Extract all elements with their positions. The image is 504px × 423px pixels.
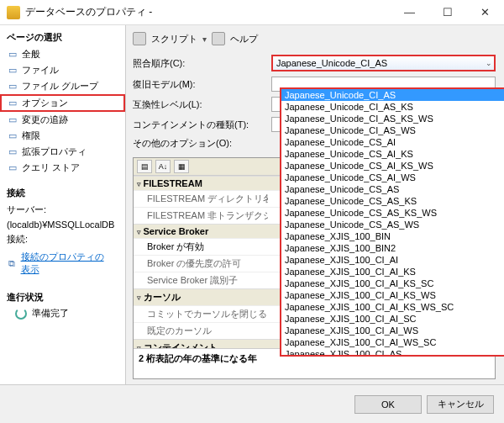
page-label: 全般	[22, 48, 40, 61]
page-item-7[interactable]: ▭クエリ ストア	[0, 160, 125, 176]
page-icon: ▭	[7, 114, 18, 126]
dropdown-option[interactable]: Japanese_Unicode_CS_AS_KS_WS	[281, 207, 504, 219]
recovery-label: 復旧モデル(M):	[133, 78, 271, 91]
left-panel: ページの選択 ▭全般▭ファイル▭ファイル グループ▭オプション▭変更の追跡▭権限…	[0, 25, 126, 384]
connection-label: 接続:	[0, 231, 125, 247]
connection-heading: 接続	[0, 184, 125, 202]
page-label: 拡張プロパティ	[22, 145, 87, 158]
server-label: サーバー:	[0, 202, 125, 218]
page-item-5[interactable]: ▭権限	[0, 128, 125, 144]
property-name: Broker が有効	[134, 239, 268, 255]
page-icon: ▭	[7, 162, 18, 174]
property-name: FILESTREAM 非トランザクション ア	[134, 208, 268, 224]
property-name: 既定のカーソル	[134, 323, 268, 339]
dropdown-option[interactable]: Japanese_XJIS_100_CI_AI_KS_WS_SC	[281, 301, 504, 313]
dropdown-option[interactable]: Japanese_Unicode_CS_AS_WS	[281, 219, 504, 230]
property-name: FILESTREAM ディレクトリ名	[134, 191, 268, 207]
maximize-button[interactable]: ☐	[428, 0, 466, 24]
dropdown-option[interactable]: Japanese_Unicode_CS_AI_KS_WS	[281, 160, 504, 172]
progress-spinner-icon	[15, 308, 27, 320]
page-item-1[interactable]: ▭ファイル	[0, 62, 125, 78]
footer: OK キャンセル	[0, 384, 504, 423]
dropdown-option[interactable]: Japanese_Unicode_CS_AS_KS	[281, 195, 504, 207]
grid-tool-icon[interactable]: ▦	[174, 160, 189, 173]
properties-icon: ⧉	[7, 257, 18, 269]
progress-heading: 進行状況	[7, 291, 118, 304]
dropdown-option[interactable]: Japanese_XJIS_100_CI_AI	[281, 254, 504, 266]
collation-label: 照合順序(C):	[133, 57, 271, 70]
page-icon: ▭	[7, 98, 18, 109]
window-title: データベースのプロパティ -	[25, 5, 391, 19]
dropdown-option[interactable]: Japanese_XJIS_100_CI_AI_KS_WS	[281, 289, 504, 301]
dropdown-option[interactable]: Japanese_XJIS_100_CI_AI_KS	[281, 266, 504, 278]
page-label: ファイル グループ	[22, 80, 98, 93]
dropdown-option[interactable]: Japanese_Unicode_CS_AI_WS	[281, 172, 504, 183]
chevron-down-icon: ⌄	[486, 59, 492, 67]
help-icon	[212, 32, 225, 45]
dropdown-option[interactable]: Japanese_XJIS_100_CI_AI_WS	[281, 325, 504, 336]
page-item-3[interactable]: ▭オプション	[0, 94, 125, 112]
page-label: ファイル	[22, 64, 59, 77]
dropdown-option[interactable]: Japanese_XJIS_100_CI_AI_KS_SC	[281, 278, 504, 289]
titlebar: データベースのプロパティ - — ☐ ✕	[0, 0, 504, 25]
dropdown-option[interactable]: Japanese_Unicode_CS_AI_KS	[281, 148, 504, 160]
dropdown-option[interactable]: Japanese_Unicode_CI_AS_KS_WS	[281, 113, 504, 124]
containment-label: コンテインメントの種類(T):	[133, 119, 271, 131]
script-button[interactable]: スクリプト	[151, 33, 197, 45]
script-icon	[133, 32, 146, 45]
page-label: クエリ ストア	[22, 161, 80, 174]
page-icon: ▭	[7, 49, 18, 61]
compat-label: 互換性レベル(L):	[133, 98, 271, 111]
cancel-button[interactable]: キャンセル	[427, 395, 494, 414]
close-button[interactable]: ✕	[466, 0, 504, 24]
page-item-6[interactable]: ▭拡張プロパティ	[0, 144, 125, 160]
dropdown-option[interactable]: Japanese_Unicode_CI_AS_WS	[281, 124, 504, 136]
right-panel: スクリプト ▾ ヘルプ 照合順序(C): Japanese_Unicode_CI…	[126, 25, 504, 384]
minimize-button[interactable]: —	[391, 0, 428, 24]
dropdown-option[interactable]: Japanese_XJIS_100_CI_AI_SC	[281, 313, 504, 325]
page-icon: ▭	[7, 65, 18, 77]
other-options-label: その他のオプション(O):	[133, 137, 271, 150]
page-select-heading: ページの選択	[0, 29, 125, 46]
property-name: Broker の優先度の許可	[134, 256, 268, 272]
dropdown-option[interactable]: Japanese_XJIS_100_BIN	[281, 230, 504, 242]
ok-button[interactable]: OK	[354, 395, 422, 414]
page-label: 権限	[22, 130, 40, 142]
dropdown-option[interactable]: Japanese_XJIS_100_BIN2	[281, 242, 504, 254]
progress-status: 準備完了	[32, 307, 69, 320]
page-icon: ▭	[7, 130, 18, 142]
page-item-0[interactable]: ▭全般	[0, 46, 125, 62]
dropdown-option[interactable]: Japanese_Unicode_CS_AI	[281, 136, 504, 148]
dropdown-option[interactable]: Japanese_XJIS_100_CI_AI_WS_SC	[281, 336, 504, 348]
database-icon	[7, 6, 20, 19]
property-name: コミットでカーソルを閉じる	[134, 306, 268, 322]
dropdown-option[interactable]: Japanese_XJIS_100_CI_AS	[281, 348, 504, 357]
dropdown-option[interactable]: Japanese_Unicode_CI_AS_KS	[281, 101, 504, 113]
categorize-icon[interactable]: ▤	[137, 160, 152, 173]
help-button[interactable]: ヘルプ	[230, 33, 258, 45]
page-item-4[interactable]: ▭変更の追跡	[0, 112, 125, 128]
page-icon: ▭	[7, 146, 18, 158]
toolbar: スクリプト ▾ ヘルプ	[133, 30, 496, 52]
collation-dropdown-list[interactable]: Japanese_Unicode_CI_ASJapanese_Unicode_C…	[280, 87, 504, 357]
view-connection-properties-link[interactable]: 接続のプロパティの表示	[21, 249, 118, 278]
page-icon: ▭	[7, 81, 18, 93]
dropdown-option[interactable]: Japanese_Unicode_CI_AS	[281, 89, 504, 101]
collation-value: Japanese_Unicode_CI_AS	[276, 58, 387, 68]
page-item-2[interactable]: ▭ファイル グループ	[0, 78, 125, 94]
property-name: Service Broker 識別子	[134, 272, 268, 288]
page-label: オプション	[22, 97, 68, 109]
server-value: (localdb)¥MSSQLLocalDB	[0, 218, 125, 231]
alphabetical-icon[interactable]: A↓	[155, 160, 171, 173]
dropdown-option[interactable]: Japanese_Unicode_CS_AS	[281, 183, 504, 195]
page-label: 変更の追跡	[22, 114, 68, 126]
collation-combobox[interactable]: Japanese_Unicode_CI_AS ⌄	[271, 55, 496, 71]
script-dropdown-icon[interactable]: ▾	[202, 34, 207, 44]
